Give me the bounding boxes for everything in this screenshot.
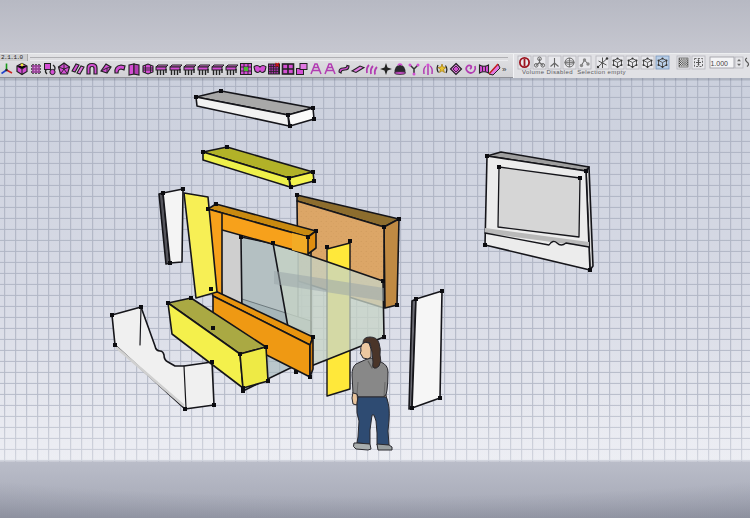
- svg-text:1.000: 1.000: [710, 60, 728, 67]
